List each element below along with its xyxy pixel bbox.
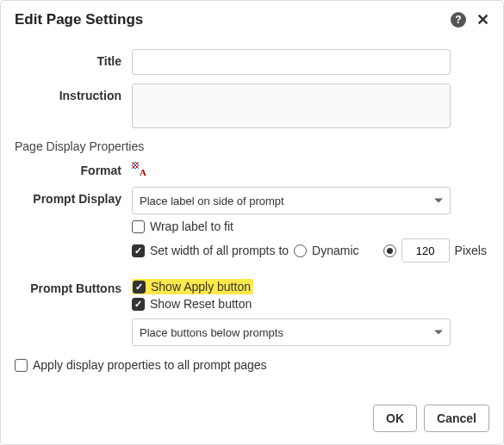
wrap-label-text: Wrap label to fit (150, 219, 233, 233)
button-placement-select[interactable]: Place buttons below prompts (132, 318, 451, 346)
show-apply-highlight: Show Apply button (132, 279, 253, 294)
set-width-row: Set width of all prompts to Dynamic Pixe… (132, 238, 489, 263)
pixels-input[interactable] (401, 238, 450, 263)
format-icon[interactable]: A (132, 162, 146, 176)
header-icons: ? ✕ (451, 12, 489, 28)
dialog-footer: OK Cancel (373, 405, 489, 432)
chevron-down-icon (434, 331, 443, 335)
pixels-unit: Pixels (455, 244, 487, 257)
prompt-buttons-row: Prompt Buttons Show Apply button Show Re… (15, 276, 489, 346)
show-reset-text: Show Reset button (150, 297, 252, 311)
prompt-display-selected: Place label on side of prompt (140, 195, 284, 207)
format-row: Format A (15, 162, 489, 178)
title-input[interactable] (132, 49, 451, 75)
prompt-buttons-label: Prompt Buttons (15, 276, 132, 295)
dynamic-radio[interactable] (294, 244, 307, 257)
wrap-label-row: Wrap label to fit (132, 219, 489, 233)
dialog-header: Edit Page Settings ? ✕ (15, 11, 489, 28)
set-width-text: Set width of all prompts to (150, 244, 289, 257)
show-reset-checkbox[interactable] (132, 298, 145, 311)
apply-all-row: Apply display properties to all prompt p… (15, 358, 489, 372)
edit-page-settings-dialog: Edit Page Settings ? ✕ Title Instruction… (1, 1, 503, 386)
title-row: Title (15, 49, 489, 75)
show-reset-row: Show Reset button (132, 297, 489, 311)
prompt-display-select[interactable]: Place label on side of prompt (132, 187, 451, 214)
set-width-checkbox[interactable] (132, 244, 145, 257)
instruction-row: Instruction (15, 83, 489, 131)
title-label: Title (15, 49, 132, 68)
show-apply-text: Show Apply button (151, 280, 251, 294)
dialog-title: Edit Page Settings (15, 11, 143, 28)
apply-all-checkbox[interactable] (15, 359, 28, 372)
close-icon[interactable]: ✕ (476, 12, 489, 28)
instruction-input[interactable] (132, 83, 451, 128)
show-apply-row: Show Apply button (132, 279, 489, 294)
prompt-display-label: Prompt Display (15, 187, 132, 206)
show-apply-checkbox[interactable] (133, 281, 146, 294)
prompt-display-row: Prompt Display Place label on side of pr… (15, 187, 489, 268)
ok-button[interactable]: OK (373, 405, 417, 432)
wrap-label-checkbox[interactable] (132, 220, 145, 233)
dynamic-label: Dynamic (312, 244, 358, 257)
chevron-down-icon (434, 199, 443, 203)
cancel-button[interactable]: Cancel (424, 405, 489, 432)
help-icon[interactable]: ? (451, 12, 466, 28)
instruction-label: Instruction (15, 83, 132, 102)
pixels-radio[interactable] (383, 244, 396, 257)
button-placement-selected: Place buttons below prompts (140, 326, 283, 339)
section-heading: Page Display Properties (15, 139, 489, 153)
apply-all-text: Apply display properties to all prompt p… (33, 358, 267, 372)
format-label: Format (15, 164, 132, 177)
